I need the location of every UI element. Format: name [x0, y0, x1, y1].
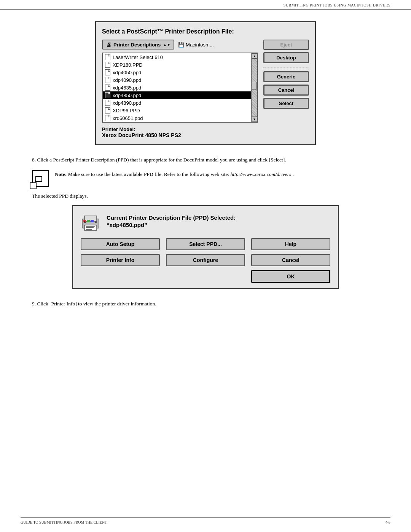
note-section: Note: Make sure to use the latest availa…: [21, 170, 390, 187]
scroll-up-arrow[interactable]: ▲: [252, 53, 257, 59]
dropdown-arrow-icon: ▲▼: [163, 43, 170, 47]
svg-rect-6: [86, 227, 94, 228]
svg-point-8: [95, 221, 97, 223]
dialog2-subtitle: “xdp4850.ppd”: [107, 222, 236, 228]
file-icon: [105, 62, 110, 68]
scroll-down-arrow[interactable]: ▼: [252, 117, 257, 122]
step8-number: 8.: [32, 157, 36, 163]
page-footer: GUIDE TO SUBMITTING JOBS FROM THE CLIENT…: [21, 518, 390, 524]
printer-model-value: Xerox DocuPrint 4850 NPS PS2: [102, 132, 258, 138]
eject-button[interactable]: Eject: [263, 40, 309, 50]
scrollbar[interactable]: ▲ ▼: [251, 53, 257, 122]
file-name: xdp4090.ppd: [113, 77, 141, 83]
file-icon: [105, 54, 110, 60]
printer-model-section: Printer Model: Xerox DocuPrint 4850 NPS …: [102, 126, 258, 138]
file-list-item[interactable]: XDP180.PPD: [103, 61, 251, 69]
svg-rect-7: [86, 229, 92, 230]
svg-rect-0: [36, 176, 42, 182]
file-icon: [105, 107, 110, 113]
step8-text: 8. Click a PostScript Printer Descriptio…: [21, 156, 390, 164]
ok-spacer: [81, 270, 160, 283]
generic-button[interactable]: Generic: [263, 71, 309, 82]
select-ppd-button[interactable]: Select PPD...: [166, 238, 245, 250]
cancel-button[interactable]: Cancel: [263, 85, 309, 96]
select-ppd-dialog: Select a PostScript™ Printer Description…: [95, 21, 316, 145]
select-button[interactable]: Select: [263, 98, 309, 109]
svg-rect-5: [86, 226, 95, 227]
file-icon: [105, 77, 110, 83]
current-ppd-dialog: & Current Printer Description File (PPD)…: [72, 205, 339, 289]
page-header: SUBMITTING PRINT JOBS USING MACINTOSH DR…: [0, 0, 411, 10]
printer-descriptions-dropdown[interactable]: 🖨 Printer Descriptions ▲▼: [102, 40, 174, 50]
header-text: SUBMITTING PRINT JOBS USING MACINTOSH DR…: [284, 3, 390, 7]
disk-icon: 💾: [178, 42, 184, 48]
dropdown-label: Printer Descriptions: [113, 42, 161, 48]
dialog2-cancel-button[interactable]: Cancel: [251, 254, 330, 266]
printer-icon-small: 🖨: [106, 42, 111, 48]
ok-button[interactable]: OK: [251, 270, 330, 283]
file-list-item[interactable]: xdp4850.ppd: [103, 91, 251, 99]
note-url: http://www.xerox.com/drivers: [231, 171, 292, 177]
note-text: Note: Make sure to use the latest availa…: [55, 170, 294, 179]
file-name: XDP96.PPD: [113, 108, 140, 113]
printer-large-icon: &: [81, 214, 100, 232]
dialog1-buttons: Eject Desktop Generic Cancel Select: [263, 40, 309, 109]
file-icon: [105, 115, 110, 121]
configure-button[interactable]: Configure: [166, 254, 245, 266]
file-name: xdp4890.ppd: [113, 100, 141, 106]
file-name: xrd60651.ppd: [113, 115, 143, 121]
step9-content: Click [Printer Info] to view the printer…: [37, 301, 156, 307]
main-content: Select a PostScript™ Printer Description…: [0, 10, 411, 325]
file-list-item[interactable]: XDP96.PPD: [103, 107, 251, 114]
file-name: xdp4850.ppd: [113, 93, 141, 98]
file-list-item[interactable]: xdp4890.ppd: [103, 99, 251, 107]
file-list-item[interactable]: xdp4050.ppd: [103, 69, 251, 76]
divider1: [263, 67, 309, 67]
file-icon: [105, 100, 110, 106]
note-content: Make sure to use the latest available PP…: [68, 171, 231, 177]
desktop-button[interactable]: Desktop: [263, 52, 309, 63]
dialog1-title: Select a PostScript™ Printer Description…: [102, 28, 309, 35]
file-list-item[interactable]: xrd60651.ppd: [103, 114, 251, 122]
svg-text:&: &: [84, 220, 86, 224]
file-list-inner: LaserWriter Select 610XDP180.PPDxdp4050.…: [103, 53, 257, 122]
printer-info-button[interactable]: Printer Info: [81, 254, 160, 266]
dialog2-buttons: Auto Setup Select PPD... Help Printer In…: [81, 238, 330, 283]
ppd-selected-text: The selected PPD displays.: [32, 193, 390, 199]
footer-left: GUIDE TO SUBMITTING JOBS FROM THE CLIENT: [21, 520, 107, 524]
dialog1-left: 🖨 Printer Descriptions ▲▼ 💾 Macintosh ..…: [102, 40, 258, 138]
file-name: XDP180.PPD: [113, 62, 143, 68]
svg-rect-11: [91, 220, 94, 222]
file-list-item[interactable]: xdp4090.ppd: [103, 76, 251, 84]
note-after: .: [293, 171, 294, 177]
dialog2-title: Current Printer Description File (PPD) S…: [107, 214, 236, 222]
arrow-icon: [35, 173, 46, 184]
dropdown-row: 🖨 Printer Descriptions ▲▼ 💾 Macintosh ..…: [102, 40, 258, 50]
dialog2-title-block: Current Printer Description File (PPD) S…: [107, 214, 236, 228]
file-icon: [105, 69, 110, 75]
footer-right: 4-5: [386, 520, 390, 524]
file-name: xdp4635.ppd: [113, 85, 141, 91]
file-list-item[interactable]: LaserWriter Select 610: [103, 53, 251, 61]
file-list-item[interactable]: xdp4635.ppd: [103, 84, 251, 91]
svg-rect-10: [87, 220, 90, 222]
printer-model-label: Printer Model:: [102, 126, 258, 132]
scrollbar-track: [252, 59, 257, 117]
note-label: Note:: [55, 171, 67, 177]
dialog2-header: & Current Printer Description File (PPD)…: [81, 214, 330, 232]
macintosh-label: 💾 Macintosh ...: [178, 42, 214, 48]
file-list-items: LaserWriter Select 610XDP180.PPDxdp4050.…: [103, 53, 251, 122]
step9-text: 9. Click [Printer Info] to view the prin…: [21, 300, 390, 308]
file-icon: [105, 92, 110, 98]
file-icon: [105, 85, 110, 91]
file-list: LaserWriter Select 610XDP180.PPDxdp4050.…: [102, 53, 258, 123]
ok-spacer2: [166, 270, 245, 283]
note-icon: [32, 170, 49, 187]
step8-content: Click a PostScript Printer Description (…: [37, 157, 286, 163]
help-button[interactable]: Help: [251, 238, 330, 250]
file-name: LaserWriter Select 610: [113, 54, 163, 60]
step9-number: 9.: [32, 301, 36, 307]
file-name: xdp4050.ppd: [113, 70, 141, 75]
auto-setup-button[interactable]: Auto Setup: [81, 238, 160, 250]
dialog1-body: 🖨 Printer Descriptions ▲▼ 💾 Macintosh ..…: [102, 40, 309, 138]
